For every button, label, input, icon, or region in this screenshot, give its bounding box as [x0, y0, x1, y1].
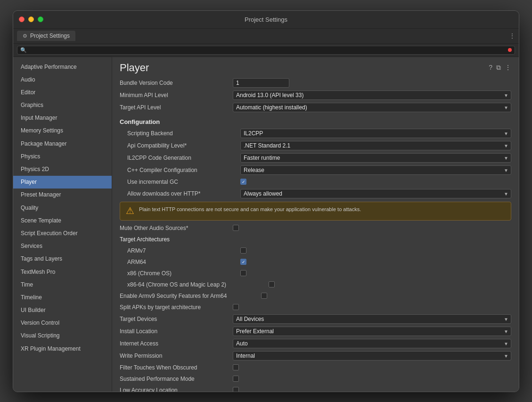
incremental-gc-value-wrap [240, 179, 511, 185]
page-title: Player [120, 62, 149, 74]
bundle-version-value-wrap [233, 78, 511, 88]
enable-armv9-checkbox[interactable] [261, 293, 267, 299]
sidebar-item-input-manager[interactable]: Input Manager [13, 112, 112, 124]
min-api-select-wrap: Android 13.0 (API level 33) ▼ [233, 90, 511, 100]
mute-audio-value-wrap [233, 225, 511, 231]
allow-downloads-row: Allow downloads over HTTP* Always allowe… [120, 188, 511, 200]
minimize-button[interactable] [28, 16, 34, 22]
il2cpp-codegen-label: IL2CPP Code Generation [127, 155, 240, 161]
cpp-compiler-select[interactable]: Release [240, 165, 511, 175]
write-permission-label: Write Permission [120, 353, 233, 359]
more-icon[interactable]: ⋮ [505, 64, 511, 72]
tab-project-settings[interactable]: ⚙ Project Settings [17, 31, 75, 41]
sliders-icon[interactable]: ⧉ [496, 64, 501, 72]
sidebar-item-textmesh-pro[interactable]: TextMesh Pro [13, 266, 112, 279]
sustained-perf-checkbox[interactable] [233, 376, 239, 382]
x86-64-checkbox[interactable] [269, 281, 275, 287]
target-arch-section-row: Target Architectures [120, 234, 511, 245]
sidebar-item-physics[interactable]: Physics [13, 150, 112, 163]
filter-touches-value-wrap [233, 364, 511, 370]
armv7-checkbox[interactable] [240, 247, 246, 254]
sidebar-item-physics-2d[interactable]: Physics 2D [13, 163, 112, 176]
sidebar-item-script-exec-order[interactable]: Script Execution Order [13, 227, 112, 240]
target-api-select[interactable]: Automatic (highest installed) [233, 103, 511, 112]
target-api-row: Target API Level Automatic (highest inst… [120, 101, 511, 114]
sidebar-item-preset-manager[interactable]: Preset Manager [13, 189, 112, 201]
search-wrap: 🔍 [17, 46, 515, 55]
incremental-gc-checkbox[interactable] [240, 179, 246, 185]
sidebar-item-time[interactable]: Time [13, 279, 112, 291]
api-compat-value-wrap: .NET Standard 2.1 ▼ [240, 141, 511, 150]
il2cpp-codegen-row: IL2CPP Code Generation Faster runtime ▼ [120, 152, 511, 164]
sidebar-item-scene-template[interactable]: Scene Template [13, 214, 112, 227]
sidebar-item-package-manager[interactable]: Package Manager [13, 138, 112, 150]
target-devices-value-wrap: All Devices ▼ [233, 314, 511, 324]
scripting-backend-label: Scripting Backend [127, 130, 240, 137]
split-apks-checkbox[interactable] [233, 304, 239, 310]
sidebar-item-tags-layers[interactable]: Tags and Layers [13, 253, 112, 265]
target-devices-select[interactable]: All Devices [233, 314, 511, 324]
sidebar-item-memory-settings[interactable]: Memory Settings [13, 124, 112, 137]
internet-access-row: Internet Access Auto ▼ [120, 337, 511, 350]
internet-access-select[interactable]: Auto [233, 339, 511, 348]
sidebar-item-graphics[interactable]: Graphics [13, 99, 112, 112]
content-scroll[interactable]: Bundle Version Code Minimum API Level An… [112, 77, 519, 392]
search-input[interactable] [29, 47, 504, 53]
sidebar-item-xr-plugin[interactable]: XR Plugin Management [13, 343, 112, 355]
low-accuracy-checkbox[interactable] [233, 387, 239, 392]
bundle-version-input[interactable] [233, 78, 289, 88]
filter-touches-checkbox[interactable] [233, 364, 239, 370]
split-apks-label: Split APKs by target architecture [120, 304, 233, 311]
http-warning-box: ⚠ Plain text HTTP connections are not se… [120, 202, 511, 221]
x86-label: x86 (Chrome OS) [127, 270, 240, 277]
min-api-label: Minimum API Level [120, 92, 233, 98]
sidebar-item-player[interactable]: Player [13, 176, 112, 189]
sidebar-item-services[interactable]: Services [13, 240, 112, 253]
write-permission-select[interactable]: Internal [233, 351, 511, 361]
main-content: Adaptive Performance Audio Editor Graphi… [13, 57, 519, 392]
scripting-backend-select[interactable]: IL2CPP [240, 129, 511, 138]
api-compat-select[interactable]: .NET Standard 2.1 [240, 141, 511, 150]
mute-audio-checkbox[interactable] [233, 225, 239, 231]
enable-armv9-label: Enable Armv9 Security Features for Arm64 [120, 293, 261, 299]
x86-64-value-wrap [269, 281, 511, 287]
sidebar-item-audio[interactable]: Audio [13, 74, 112, 86]
sidebar-item-ui-builder[interactable]: UI Builder [13, 304, 112, 317]
help-icon[interactable]: ? [489, 64, 492, 72]
min-api-select[interactable]: Android 13.0 (API level 33) [233, 90, 511, 100]
sidebar: Adaptive Performance Audio Editor Graphi… [13, 57, 112, 392]
sidebar-item-quality[interactable]: Quality [13, 202, 112, 214]
sidebar-item-version-control[interactable]: Version Control [13, 317, 112, 329]
sustained-perf-row: Sustained Performance Mode [120, 373, 511, 385]
configuration-section-header: Configuration [120, 114, 511, 127]
arm64-label: ARM64 [127, 259, 240, 265]
target-devices-select-wrap: All Devices ▼ [233, 314, 511, 324]
content-header: Player ? ⧉ ⋮ [112, 57, 519, 77]
install-location-select[interactable]: Prefer External [233, 327, 511, 336]
titlebar: Project Settings [13, 11, 519, 29]
allow-downloads-select[interactable]: Always allowed [240, 189, 511, 198]
main-window: Project Settings ⚙ Project Settings ⋮ 🔍 … [13, 10, 519, 392]
tab-more-button[interactable]: ⋮ [509, 33, 515, 39]
target-api-label: Target API Level [120, 104, 233, 111]
sustained-perf-label: Sustained Performance Mode [120, 376, 233, 382]
target-arch-section-label: Target Architectures [120, 236, 233, 243]
target-devices-label: Target Devices [120, 316, 233, 322]
install-location-row: Install Location Prefer External ▼ [120, 325, 511, 337]
sidebar-item-visual-scripting[interactable]: Visual Scripting [13, 329, 112, 342]
il2cpp-codegen-select[interactable]: Faster runtime [240, 153, 511, 163]
x86-checkbox[interactable] [240, 270, 246, 276]
sidebar-item-adaptive-performance[interactable]: Adaptive Performance [13, 61, 112, 74]
target-api-value-wrap: Automatic (highest installed) ▼ [233, 103, 511, 112]
arm64-checkbox[interactable] [240, 259, 246, 265]
sidebar-item-editor[interactable]: Editor [13, 86, 112, 99]
window-title: Project Settings [245, 16, 287, 23]
armv7-label: ARMv7 [127, 247, 240, 254]
api-compat-select-wrap: .NET Standard 2.1 ▼ [240, 141, 511, 150]
x86-row: x86 (Chrome OS) [120, 268, 511, 279]
close-button[interactable] [19, 16, 25, 22]
filter-touches-row: Filter Touches When Obscured [120, 362, 511, 373]
content-area: Player ? ⧉ ⋮ Bundle Version Code Mi [112, 57, 519, 392]
sidebar-item-timeline[interactable]: Timeline [13, 291, 112, 304]
maximize-button[interactable] [38, 16, 43, 22]
